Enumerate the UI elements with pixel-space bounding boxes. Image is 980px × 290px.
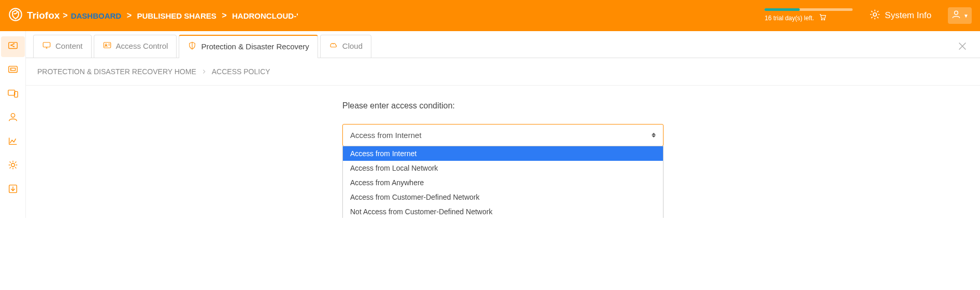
topbar: Triofox > DASHBOARD > PUBLISHED SHARES >… xyxy=(0,0,980,31)
svg-rect-17 xyxy=(43,43,50,47)
sidebar-item-server[interactable] xyxy=(1,60,25,81)
cloud-icon xyxy=(329,40,338,51)
svg-rect-9 xyxy=(8,66,17,73)
close-button[interactable] xyxy=(952,37,973,58)
svg-rect-5 xyxy=(8,43,17,49)
shield-half-icon xyxy=(188,41,197,52)
download-icon xyxy=(7,183,19,197)
option-local-network[interactable]: Access from Local Network xyxy=(343,161,663,175)
system-info-label: System Info xyxy=(885,10,931,21)
svg-rect-12 xyxy=(8,90,15,95)
svg-point-2 xyxy=(824,19,825,20)
sidebar-item-share[interactable] xyxy=(1,36,25,57)
tab-label: Content xyxy=(55,42,83,50)
tab-label: Protection & Disaster Recovery xyxy=(201,42,309,51)
sort-caret-icon xyxy=(652,133,656,137)
svg-point-7 xyxy=(10,45,11,46)
tab-access-control[interactable]: Access Control xyxy=(94,35,177,58)
user-menu-button[interactable]: ▼ xyxy=(948,7,972,24)
left-sidebar xyxy=(0,31,26,218)
svg-point-4 xyxy=(955,11,958,15)
share-icon xyxy=(7,40,19,53)
crumb-sep: > xyxy=(220,11,229,20)
crumb-sep: > xyxy=(63,11,67,20)
tab-label: Cloud xyxy=(342,42,363,50)
svg-point-11 xyxy=(11,69,11,70)
cart-icon xyxy=(818,13,827,23)
option-not-customer-network[interactable]: Not Access from Customer-Defined Network xyxy=(343,204,663,218)
tab-cloud[interactable]: Cloud xyxy=(320,35,371,58)
sidebar-item-users[interactable] xyxy=(1,108,25,129)
trial-progress xyxy=(765,8,853,11)
svg-point-6 xyxy=(13,43,14,44)
sidebar-item-download[interactable] xyxy=(1,179,25,200)
shield-icon xyxy=(8,7,23,24)
svg-point-3 xyxy=(873,12,876,16)
sidebar-item-reports[interactable] xyxy=(1,132,25,153)
system-info-link[interactable]: System Info xyxy=(869,9,931,23)
tab-protection[interactable]: Protection & Disaster Recovery xyxy=(179,35,318,58)
svg-point-19 xyxy=(105,44,107,46)
svg-point-15 xyxy=(11,163,14,167)
brand-text: Triofox xyxy=(27,10,60,21)
option-internet[interactable]: Access from Internet xyxy=(343,146,663,161)
server-icon xyxy=(7,64,19,77)
crumb-sep: > xyxy=(124,11,134,20)
chart-icon xyxy=(7,135,19,149)
tabs-bar: Content Access Control Protection & Disa… xyxy=(26,31,980,58)
close-icon xyxy=(957,40,968,54)
devices-icon xyxy=(7,88,19,101)
option-customer-network[interactable]: Access from Customer-Defined Network xyxy=(343,190,663,204)
gear-icon xyxy=(7,159,19,173)
trial-text: 16 trial day(s) left. xyxy=(765,15,814,22)
option-anywhere[interactable]: Access from Anywhere xyxy=(343,175,663,190)
trial-block[interactable]: 16 trial day(s) left. xyxy=(765,8,853,23)
crumb-current[interactable]: HADRONCLOUD-' xyxy=(232,11,298,20)
form-prompt: Please enter access condition: xyxy=(342,101,664,111)
users-icon xyxy=(7,112,19,125)
brand-block[interactable]: Triofox xyxy=(8,7,60,24)
user-icon xyxy=(951,9,961,22)
gear-icon xyxy=(869,9,881,23)
monitor-icon xyxy=(42,40,51,51)
select-value: Access from Internet xyxy=(350,131,422,140)
svg-point-1 xyxy=(821,19,822,20)
svg-point-14 xyxy=(11,114,15,117)
tab-label: Access Control xyxy=(116,42,168,50)
chevron-down-icon: ▼ xyxy=(963,13,969,19)
access-condition-dropdown: Access from Internet Access from Local N… xyxy=(342,146,664,218)
breadcrumb-current: ACCESS POLICY xyxy=(212,67,270,76)
badge-icon xyxy=(103,40,112,51)
access-condition-select[interactable]: Access from Internet Access from Interne… xyxy=(342,124,664,146)
sidebar-item-settings[interactable] xyxy=(1,156,25,176)
crumb-published-shares[interactable]: PUBLISHED SHARES xyxy=(137,11,216,20)
sidebar-item-devices[interactable] xyxy=(1,84,25,105)
tab-content[interactable]: Content xyxy=(33,35,92,58)
chevron-right-icon xyxy=(201,67,207,76)
crumb-dashboard[interactable]: DASHBOARD xyxy=(71,11,122,20)
sub-breadcrumb: PROTECTION & DISASTER RECOVERY HOME ACCE… xyxy=(26,58,980,86)
breadcrumb-home[interactable]: PROTECTION & DISASTER RECOVERY HOME xyxy=(37,67,196,76)
svg-point-8 xyxy=(13,46,14,47)
